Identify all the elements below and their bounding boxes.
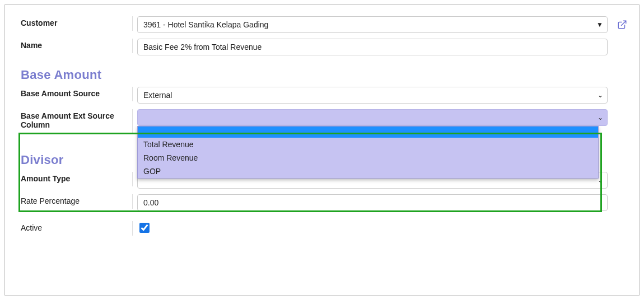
- ext-col-dropdown: Total Revenue Room Revenue GOP: [137, 126, 599, 179]
- rate-percentage-input[interactable]: [137, 194, 608, 211]
- svg-line-0: [622, 21, 626, 25]
- name-input[interactable]: [137, 39, 608, 55]
- row-name: Name: [21, 39, 628, 55]
- ext-col-option-blank[interactable]: [138, 126, 598, 138]
- ext-col-option-total-revenue[interactable]: Total Revenue: [138, 138, 598, 151]
- open-external-icon[interactable]: [617, 19, 628, 30]
- label-customer: Customer: [21, 16, 133, 31]
- label-base-amount-ext-col: Base Amount Ext Source Column: [21, 109, 133, 134]
- form-panel: Customer ▼ Name Base Amount Base Amount …: [4, 4, 640, 296]
- label-name: Name: [21, 39, 133, 53]
- row-rate-percentage: Rate Percentage: [21, 194, 628, 211]
- row-customer: Customer ▼: [21, 16, 628, 33]
- active-checkbox[interactable]: [139, 223, 150, 233]
- ext-col-option-gop[interactable]: GOP: [138, 165, 598, 178]
- row-active: Active: [21, 221, 628, 236]
- label-active: Active: [21, 221, 133, 236]
- base-amount-ext-col-select[interactable]: [137, 109, 608, 126]
- row-base-amount-source: Base Amount Source ⌄: [21, 87, 628, 104]
- label-base-amount-source: Base Amount Source: [21, 87, 133, 101]
- ext-col-option-room-revenue[interactable]: Room Revenue: [138, 151, 598, 165]
- customer-select[interactable]: [137, 16, 608, 33]
- row-base-amount-ext-col: Base Amount Ext Source Column ⌄ Total Re…: [21, 109, 628, 134]
- label-rate-percentage: Rate Percentage: [21, 194, 133, 209]
- label-amount-type: Amount Type: [21, 172, 133, 186]
- heading-base-amount: Base Amount: [21, 68, 628, 82]
- base-amount-source-select[interactable]: [137, 87, 608, 104]
